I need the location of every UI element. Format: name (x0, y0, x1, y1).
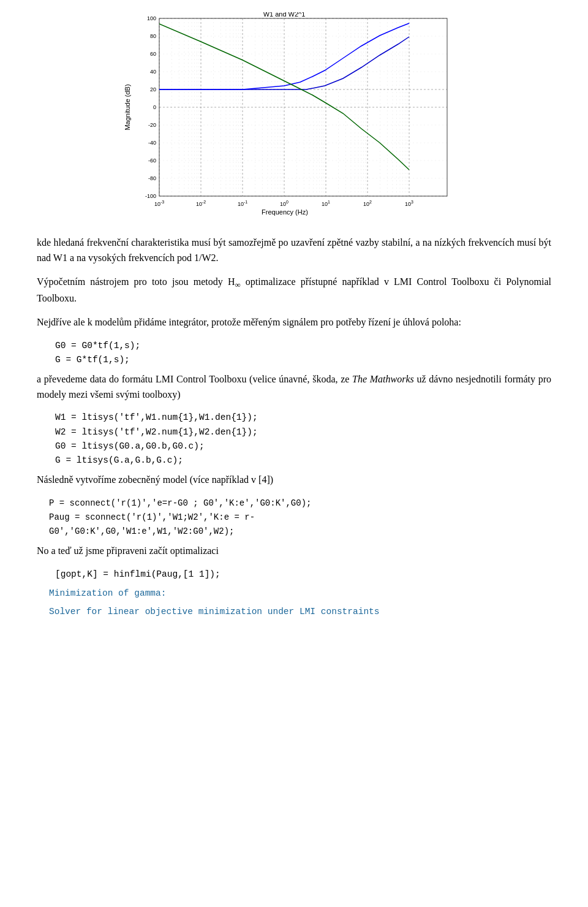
output-line-1: Minimization of gamma: (49, 586, 551, 601)
code-line-w2: W2 = ltisys('tf',W2.num{1},W2.den{1}); (55, 425, 551, 439)
paragraph-3: Nejdříve ale k modelům přidáme integráto… (37, 315, 551, 330)
svg-text:10-2: 10-2 (196, 200, 206, 207)
svg-text:10-1: 10-1 (238, 200, 247, 207)
code-line-gopt: [gopt,K] = hinflmi(Paug,[1 1]); (55, 567, 551, 582)
svg-text:-100: -100 (145, 193, 156, 199)
paragraph-4: a převedeme data do formátu LMI Control … (37, 372, 551, 403)
chart-title: W1 and W2^1 (263, 12, 306, 18)
code-block-3: P = sconnect('r(1)','e=r-G0 ; G0','K:e',… (49, 496, 551, 539)
code-line-paug2: G0','G0:K',G0,'W1:e',W1,'W2:G0',W2); (49, 525, 551, 539)
code-block-1: G0 = G0*tf(1,s); G = G*tf(1,s); (55, 339, 551, 367)
svg-text:20: 20 (150, 86, 156, 93)
code-block-4: [gopt,K] = hinflmi(Paug,[1 1]); (55, 567, 551, 582)
svg-text:10-3: 10-3 (154, 200, 164, 207)
svg-text:60: 60 (150, 51, 156, 57)
svg-text:102: 102 (363, 200, 372, 207)
svg-text:40: 40 (150, 69, 156, 75)
code-line-2: G = G*tf(1,s); (55, 353, 551, 367)
chart-container: W1 and W2^1 Magnitude (dB) Frequency (Hz… (37, 12, 551, 221)
paragraph-5: Následně vytvoříme zobecněný model (více… (37, 472, 551, 488)
code-line-p: P = sconnect('r(1)','e=r-G0 ; G0','K:e',… (49, 496, 551, 510)
code-line-g0: G0 = ltisys(G0.a,G0.b,G0.c); (55, 439, 551, 454)
svg-text:-80: -80 (148, 175, 156, 181)
chart-y-label: Magnitude (dB) (124, 84, 131, 130)
code-line-g: G = ltisys(G.a,G.b,G.c); (55, 454, 551, 468)
paragraph-2: Výpočetním nástrojem pro toto jsou metod… (37, 275, 551, 306)
code-line-1: G0 = G0*tf(1,s); (55, 339, 551, 353)
chart-area: W1 and W2^1 Magnitude (dB) Frequency (Hz… (123, 12, 466, 221)
code-block-2: W1 = ltisys('tf',W1.num{1},W1.den{1}); W… (55, 411, 551, 468)
code-line-paug1: Paug = sconnect('r(1)','W1;W2','K:e = r- (49, 510, 551, 525)
code-line-w1: W1 = ltisys('tf',W1.num{1},W1.den{1}); (55, 411, 551, 425)
svg-text:-20: -20 (148, 122, 156, 128)
svg-text:0: 0 (153, 104, 156, 110)
page: W1 and W2^1 Magnitude (dB) Frequency (Hz… (0, 0, 588, 907)
chart-svg: W1 and W2^1 Magnitude (dB) Frequency (Hz… (123, 12, 466, 221)
svg-text:103: 103 (405, 200, 413, 207)
svg-text:-40: -40 (148, 140, 156, 146)
svg-text:101: 101 (322, 200, 330, 207)
output-line-2: Solver for linear objective minimization… (49, 605, 551, 620)
paragraph-6: No a teď už jsme připraveni začít optima… (37, 544, 551, 559)
svg-text:-60: -60 (148, 157, 156, 164)
svg-text:100: 100 (147, 15, 156, 21)
svg-text:80: 80 (150, 33, 156, 39)
chart-x-label: Frequency (Hz) (262, 208, 308, 216)
paragraph-1: kde hledaná frekvenční charakteristika m… (37, 235, 551, 266)
svg-text:100: 100 (280, 200, 288, 207)
